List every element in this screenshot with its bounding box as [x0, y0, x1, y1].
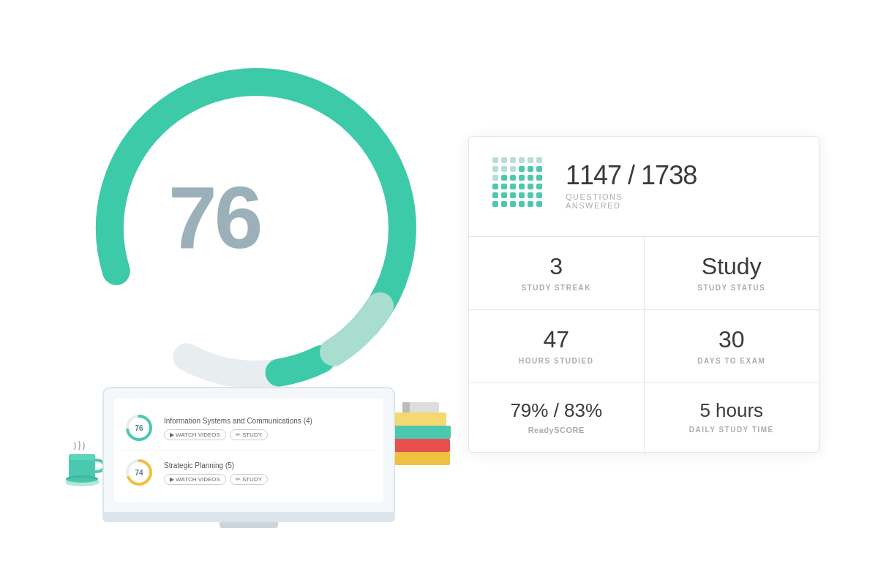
svg-rect-52 [528, 192, 533, 198]
svg-rect-27 [519, 157, 525, 163]
study-status-value: Study [665, 255, 799, 278]
laptop-illustration: 76 Information Systems and Communication… [102, 387, 395, 528]
svg-rect-43 [501, 184, 507, 189]
hours-studied-label: HOURS STUDIED [489, 357, 623, 365]
svg-text:74: 74 [135, 469, 143, 477]
svg-rect-45 [519, 184, 525, 189]
study-streak-value: 3 [489, 255, 623, 278]
svg-rect-32 [510, 166, 516, 172]
left-illustration: 76 [59, 38, 468, 550]
daily-study-time-label: DAILY STUDY TIME [665, 426, 799, 434]
main-container: 76 [37, 31, 841, 557]
svg-rect-47 [536, 184, 542, 189]
watch-videos-btn-1[interactable]: ▶ WATCH VIDEOS [164, 429, 226, 440]
svg-text:76: 76 [135, 424, 143, 432]
score-display: 76 [168, 173, 260, 261]
readyscore-cell: 79% / 83% ReadySCORE [469, 383, 645, 452]
svg-rect-39 [519, 175, 525, 181]
svg-rect-41 [536, 175, 542, 181]
svg-rect-51 [519, 192, 525, 198]
study-streak-label: STUDY STREAK [489, 284, 623, 292]
svg-rect-42 [492, 184, 498, 189]
svg-rect-56 [510, 201, 516, 207]
svg-rect-17 [402, 402, 410, 412]
svg-rect-53 [536, 192, 542, 198]
svg-rect-34 [528, 166, 533, 172]
svg-rect-57 [519, 201, 525, 207]
stats-row-4: 79% / 83% ReadySCORE 5 hours DAILY STUDY… [469, 383, 819, 452]
days-to-exam-label: DAYS TO EXAM [665, 357, 799, 365]
svg-rect-50 [510, 192, 516, 198]
svg-rect-25 [501, 157, 507, 163]
coffee-cup [66, 441, 106, 491]
questions-answered-section: .dot-a { fill: #b8ddd8; } .dot-b { fill:… [469, 137, 819, 237]
hours-studied-value: 47 [489, 328, 623, 351]
study-status-cell: Study STUDY STATUS [645, 237, 819, 309]
questions-label: QUESTIONS ANSWERED [566, 192, 795, 210]
hours-studied-cell: 47 HOURS STUDIED [469, 310, 645, 382]
svg-rect-46 [528, 184, 533, 189]
dot-grid-icon: .dot-a { fill: #b8ddd8; } .dot-b { fill:… [492, 157, 551, 216]
daily-study-time-value: 5 hours [665, 401, 799, 420]
svg-rect-33 [519, 166, 525, 172]
svg-rect-36 [492, 175, 498, 181]
study-status-label: STUDY STATUS [665, 284, 799, 292]
svg-rect-30 [492, 166, 498, 172]
svg-rect-26 [510, 157, 516, 163]
svg-rect-35 [536, 166, 542, 172]
daily-study-time-cell: 5 hours DAILY STUDY TIME [645, 383, 819, 452]
readyscore-value: 79% / 83% [489, 401, 623, 420]
readyscore-label: ReadySCORE [489, 426, 623, 434]
svg-rect-55 [501, 201, 507, 207]
svg-rect-38 [510, 175, 516, 181]
svg-point-7 [66, 478, 100, 486]
svg-rect-49 [501, 192, 507, 198]
stats-row-3: 47 HOURS STUDIED 30 DAYS TO EXAM [469, 310, 819, 383]
svg-rect-40 [528, 175, 533, 181]
days-to-exam-value: 30 [665, 328, 799, 351]
svg-rect-48 [492, 192, 498, 198]
laptop-row1-title: Information Systems and Communications (… [164, 416, 375, 426]
days-to-exam-cell: 30 DAYS TO EXAM [645, 310, 819, 382]
svg-rect-44 [510, 184, 516, 189]
watch-videos-btn-2[interactable]: ▶ WATCH VIDEOS [164, 474, 226, 485]
svg-rect-28 [528, 157, 533, 163]
stats-grid: .dot-a { fill: #b8ddd8; } .dot-b { fill:… [468, 136, 819, 453]
svg-rect-29 [536, 157, 542, 163]
svg-rect-58 [528, 201, 533, 207]
svg-rect-37 [501, 175, 507, 181]
study-btn-2[interactable]: ✏ STUDY [230, 474, 268, 485]
svg-rect-31 [501, 166, 507, 172]
stats-row-2: 3 STUDY STREAK Study STUDY STATUS [469, 237, 819, 310]
laptop-row2-title: Strategic Planning (5) [164, 461, 375, 470]
svg-rect-59 [536, 201, 542, 207]
svg-rect-24 [492, 157, 498, 163]
study-streak-cell: 3 STUDY STREAK [469, 237, 645, 309]
svg-rect-54 [492, 201, 498, 207]
study-btn-1[interactable]: ✏ STUDY [230, 429, 268, 440]
svg-rect-5 [69, 454, 95, 460]
questions-count: 1147 / 1738 [566, 162, 795, 189]
